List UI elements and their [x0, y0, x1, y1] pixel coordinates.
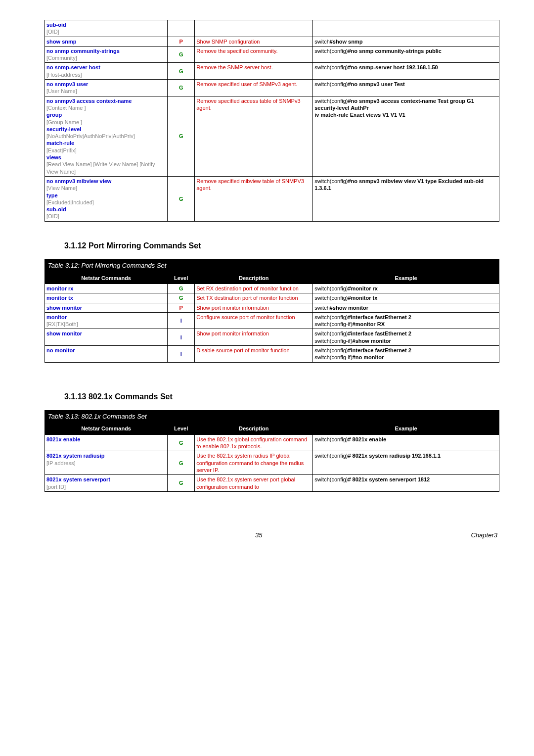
command-cell: sub-oid[OID]	[45, 20, 168, 37]
level-cell: G	[168, 96, 195, 176]
cmd-fragment: no snmpv3 access context-name	[46, 97, 166, 104]
level-cell: G	[168, 434, 195, 451]
command-cell: show monitor	[45, 303, 168, 312]
example-cell: switch(config)#interface fastEthernet 2s…	[313, 345, 499, 362]
example-cell: switch(config)#monitor tx	[313, 293, 499, 303]
cmd-fragment: no snmp community-strings	[46, 47, 166, 54]
cmd-fragment: sub-oid	[46, 21, 166, 28]
page-footer: 35 Chapter3	[44, 531, 499, 539]
cmd-fragment: show monitor	[46, 330, 166, 337]
example-cell: switch(config)#no snmp-server host 192.1…	[313, 63, 499, 80]
description-cell: Show port monitor information	[195, 303, 313, 312]
table-row: show snmpPShow SNMP configurationswitch#…	[45, 37, 499, 46]
description-cell	[195, 20, 313, 37]
table-row: monitor rxGSet RX destination port of mo…	[45, 284, 499, 293]
cmd-fragment: type	[46, 192, 166, 199]
description-cell: Use the 802.1x global configuration comm…	[195, 434, 313, 451]
command-cell: 8021x system serverport[port ID]	[45, 475, 168, 492]
section-3-1-12-heading: 3.1.12 Port Mirroring Commands Set	[64, 241, 499, 250]
cmd-fragment: no snmpv3 user	[46, 81, 166, 88]
description-cell: Set RX destination port of monitor funct…	[195, 284, 313, 293]
cmd-fragment: monitor tx	[46, 294, 166, 301]
command-cell: monitor tx	[45, 293, 168, 303]
description-cell: Remove specified mibview table of SNMPV3…	[195, 176, 313, 221]
table-row: no snmp-server host[Host-address]GRemove…	[45, 63, 499, 80]
command-cell: no snmpv3 user[User Name]	[45, 80, 168, 96]
table-row: no monitorIDisable source port of monito…	[45, 345, 499, 362]
example-cell: switch(config)#interface fastEthernet 2s…	[313, 329, 499, 346]
cmd-fragment: no snmp-server host	[46, 64, 166, 71]
port-mirroring-table: Table 3.12: Port Mirroring Commands Set …	[44, 259, 499, 363]
cmd-fragment: [Exact|Prifix]	[46, 147, 166, 154]
cmd-fragment: no monitor	[46, 347, 166, 354]
cmd-fragment: [Group Name ]	[46, 119, 166, 126]
example-cell: switch(config)# 8021x enable	[313, 434, 499, 451]
cmd-fragment: 8021x system radiusip	[46, 452, 166, 459]
table-row: monitor[RX|TX|Both]IConfigure source por…	[45, 312, 499, 329]
example-cell: switch(config)#no snmpv3 access context-…	[313, 96, 499, 176]
col-header-description: Description	[195, 272, 313, 284]
cmd-fragment: [Context Name ]	[46, 104, 166, 111]
cmd-fragment: [OID]	[46, 213, 166, 220]
command-cell: no monitor	[45, 345, 168, 362]
description-cell: Remove specified user of SNMPv3 agent.	[195, 80, 313, 96]
example-cell: switch(config)#interface fastEthernet 2s…	[313, 312, 499, 329]
level-cell: P	[168, 37, 195, 46]
level-cell: G	[168, 284, 195, 293]
cmd-fragment: [OID]	[46, 28, 166, 35]
cmd-fragment: monitor rx	[46, 285, 166, 292]
col-header-level: Level	[168, 272, 195, 284]
chapter-label: Chapter3	[471, 531, 497, 539]
cmd-fragment: [port ID]	[46, 483, 166, 490]
level-cell: P	[168, 303, 195, 312]
description-cell: Show port monitor information	[195, 329, 313, 346]
table-row: sub-oid[OID]	[45, 20, 499, 37]
example-cell: switch#show snmp	[313, 37, 499, 46]
command-cell: no snmp-server host[Host-address]	[45, 63, 168, 80]
level-cell: G	[168, 176, 195, 221]
cmd-fragment: [View Name]	[46, 185, 166, 191]
table1-body: sub-oid[OID]show snmpPShow SNMP configur…	[45, 20, 499, 222]
col-header-commands: Netstar Commands	[45, 423, 168, 434]
8021x-commands-table: Table 3.13: 802.1x Commands Set Netstar …	[44, 410, 499, 492]
table-row: no snmp community-strings[Community]GRem…	[45, 46, 499, 63]
command-cell: no snmpv3 mibview view[View Name]type[Ex…	[45, 176, 168, 221]
example-cell: switch(config)#no snmp community-strings…	[313, 46, 499, 63]
command-cell: monitor rx	[45, 284, 168, 293]
example-cell: switch(config)#no snmpv3 mibview view V1…	[313, 176, 499, 221]
cmd-fragment: 8021x system serverport	[46, 476, 166, 483]
cmd-fragment: [Community]	[46, 54, 166, 61]
col-header-example: Example	[313, 272, 499, 284]
table-row: no snmpv3 access context-name[Context Na…	[45, 96, 499, 176]
example-cell: switch(config)# 8021x system radiusip 19…	[313, 451, 499, 475]
cmd-fragment: group	[46, 111, 166, 118]
cmd-fragment: [User Name]	[46, 88, 166, 94]
col-header-description: Description	[195, 423, 313, 434]
command-cell: no snmp community-strings[Community]	[45, 46, 168, 63]
cmd-fragment: sub-oid	[46, 206, 166, 213]
cmd-fragment: security-level	[46, 126, 166, 133]
cmd-fragment: views	[46, 154, 166, 161]
col-header-level: Level	[168, 423, 195, 434]
cmd-fragment: show snmp	[46, 38, 166, 45]
col-header-example: Example	[313, 423, 499, 434]
table-row: no snmpv3 mibview view[View Name]type[Ex…	[45, 176, 499, 221]
table-row: 8021x system serverport[port ID]GUse the…	[45, 475, 499, 492]
level-cell: G	[168, 80, 195, 96]
cmd-fragment: match-rule	[46, 140, 166, 146]
table-row: show monitorIShow port monitor informati…	[45, 329, 499, 346]
table-row: 8021x system radiusip[IP address]GUse th…	[45, 451, 499, 475]
level-cell: G	[168, 293, 195, 303]
description-cell: Remove specified access table of SNMPv3 …	[195, 96, 313, 176]
example-cell: switch#show monitor	[313, 303, 499, 312]
command-cell: 8021x enable	[45, 434, 168, 451]
description-cell: Remove the SNMP server host.	[195, 63, 313, 80]
cmd-fragment: monitor	[46, 314, 166, 321]
level-cell: G	[168, 46, 195, 63]
table-row: show monitorPShow port monitor informati…	[45, 303, 499, 312]
command-cell: no snmpv3 access context-name[Context Na…	[45, 96, 168, 176]
example-cell: switch(config)#monitor rx	[313, 284, 499, 293]
command-cell: show snmp	[45, 37, 168, 46]
col-header-commands: Netstar Commands	[45, 272, 168, 284]
table-row: 8021x enableGUse the 802.1x global confi…	[45, 434, 499, 451]
